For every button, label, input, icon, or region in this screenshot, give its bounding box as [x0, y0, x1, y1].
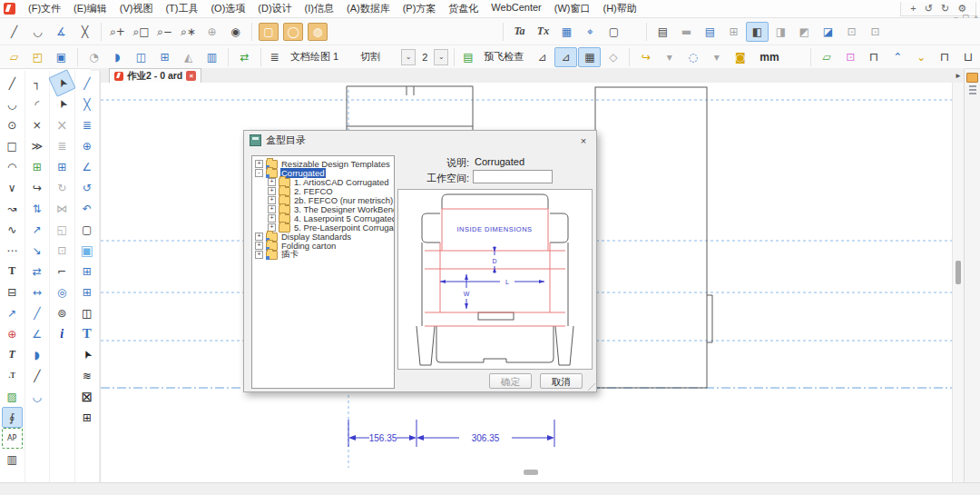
- tree-item[interactable]: + 2b. FEFCO (nur metrisch): [252, 195, 394, 204]
- intersect-icon[interactable]: ×: [26, 114, 47, 135]
- tree-item[interactable]: + 插卡: [252, 250, 394, 259]
- ap-code-icon[interactable]: AP: [2, 428, 23, 449]
- hatch-fill-icon[interactable]: ▨: [2, 386, 23, 407]
- tree-item[interactable]: + 4. Laserpoint 5 Corrugated: [252, 213, 394, 223]
- tree-expander-icon[interactable]: +: [255, 160, 263, 168]
- combo-caret-icon[interactable]: ⌄: [434, 49, 448, 65]
- active-layer-label[interactable]: 文档绘图 1: [286, 50, 343, 64]
- dialog-close-icon[interactable]: ×: [576, 134, 591, 148]
- center-point-icon[interactable]: ⊕: [76, 135, 97, 156]
- menu-item[interactable]: (H)帮助: [597, 2, 643, 15]
- open-folder-icon[interactable]: ▱: [3, 47, 25, 67]
- contour-icon[interactable]: ◌: [681, 47, 704, 67]
- tree-expander-icon[interactable]: +: [268, 178, 276, 186]
- add-image-icon[interactable]: ▤: [652, 22, 674, 42]
- shape-icon[interactable]: ◗: [106, 47, 129, 67]
- photo-grid-icon[interactable]: ⊞: [76, 407, 97, 428]
- paragraph-text-icon[interactable]: ⊟: [2, 282, 23, 302]
- arrowhead-icon[interactable]: ≫: [26, 135, 47, 156]
- cube-3d-icon[interactable]: ◫: [76, 302, 97, 323]
- tree-expander-icon[interactable]: +: [255, 251, 263, 259]
- convert-3d-icon[interactable]: ◫: [130, 47, 152, 67]
- menu-item[interactable]: (D)设计: [251, 2, 298, 15]
- move-diag-icon[interactable]: ↗: [26, 219, 47, 240]
- part-icon[interactable]: ⊞: [153, 47, 176, 67]
- stretch-icon[interactable]: ↔: [26, 282, 47, 302]
- tree-expander-icon[interactable]: -: [255, 169, 263, 177]
- move-diag2-icon[interactable]: ↘: [26, 240, 47, 261]
- tree-item[interactable]: + 3. The Designer WorkBench: [252, 204, 394, 213]
- panel-door-icon[interactable]: ⊞: [26, 156, 47, 177]
- zigzag-icon[interactable]: ≋: [76, 365, 97, 386]
- circle-remove-icon[interactable]: ⊚: [52, 302, 73, 323]
- tree-item[interactable]: + 2. FEFCO: [252, 186, 394, 195]
- cross-lines-icon[interactable]: ╳: [76, 94, 97, 114]
- drawing-grid-icon[interactable]: ▦: [578, 47, 601, 67]
- undo-icon[interactable]: ↺: [925, 3, 933, 15]
- tab-scroll-right-icon[interactable]: ►: [952, 69, 965, 82]
- panel-grid-plus-icon[interactable]: ⊞: [76, 282, 97, 302]
- vertical-scrollbar[interactable]: [952, 83, 965, 483]
- mirror-icon[interactable]: ⋈: [52, 198, 73, 219]
- ok-button[interactable]: 确定: [489, 373, 532, 389]
- menu-item[interactable]: WebCenter: [485, 2, 547, 15]
- tree-expander-icon[interactable]: +: [268, 187, 276, 195]
- arrow-annotation-icon[interactable]: ↗: [2, 302, 23, 323]
- layers-stack-icon[interactable]: ≣: [52, 135, 73, 156]
- rotate-icon[interactable]: ↻: [52, 177, 73, 198]
- preflight-label[interactable]: 预飞检查: [479, 50, 528, 64]
- save-icon[interactable]: ▣: [50, 47, 73, 67]
- x-box-icon[interactable]: ⊠: [76, 386, 97, 407]
- barcode-icon[interactable]: ▥: [2, 449, 23, 470]
- info-icon[interactable]: i: [52, 323, 73, 344]
- edit-image-icon[interactable]: ▤: [699, 22, 721, 42]
- dim-angle-icon[interactable]: ∠: [26, 323, 47, 344]
- polygon-pink-icon[interactable]: ⊡: [839, 47, 862, 67]
- line-tool-icon[interactable]: ╱: [2, 73, 23, 94]
- menu-item[interactable]: (W)窗口: [548, 2, 597, 15]
- overlap-front-icon[interactable]: ⊡: [840, 22, 863, 42]
- spec-browser-icon[interactable]: ▥: [201, 47, 223, 67]
- revision-icon[interactable]: ◔: [83, 47, 105, 67]
- menu-item[interactable]: (V)视图: [113, 2, 160, 15]
- menu-item[interactable]: (E)编辑: [67, 2, 113, 15]
- arc-tool-icon[interactable]: ◡: [26, 22, 49, 42]
- stripping-link-icon[interactable]: ⊔: [957, 47, 980, 67]
- rotate-ccw-icon[interactable]: ↺: [76, 177, 97, 198]
- document-tab[interactable]: 作业2 - 0 ard ×: [109, 68, 201, 83]
- tree-item[interactable]: + Folding carton: [252, 241, 394, 250]
- small-text-icon[interactable]: .T: [2, 365, 23, 386]
- zoom-out-icon[interactable]: ⌕−: [153, 22, 176, 42]
- menu-item[interactable]: (P)方案: [397, 2, 443, 15]
- counter-partial-icon[interactable]: ◍: [308, 23, 328, 41]
- circle-tool-icon[interactable]: ⊙: [2, 114, 23, 135]
- fork-line-icon[interactable]: ∨: [2, 177, 23, 198]
- menu-item[interactable]: (A)数据库: [340, 2, 397, 15]
- perf-line-icon[interactable]: ⋯: [2, 240, 23, 261]
- blue-frame-icon[interactable]: ▣: [76, 240, 97, 261]
- fit-panel-icon[interactable]: ⊞: [722, 22, 745, 42]
- stripping-remove-icon[interactable]: ⊓: [934, 47, 956, 67]
- fill-outline-icon[interactable]: ◩: [793, 22, 816, 42]
- horizontal-scrollbar-thumb[interactable]: [524, 470, 538, 475]
- slope-add-icon[interactable]: ⌃: [887, 47, 909, 67]
- menu-item[interactable]: (O)选项: [204, 2, 251, 15]
- scale-icon[interactable]: ◱: [52, 219, 73, 240]
- board-info2-icon[interactable]: ⊿: [554, 47, 577, 67]
- sheet-icon[interactable]: ▢: [603, 22, 625, 42]
- slope-sub-icon[interactable]: ⌄: [910, 47, 933, 67]
- tab-close-icon[interactable]: ×: [186, 71, 196, 81]
- tree-expander-icon[interactable]: +: [268, 205, 276, 213]
- angle-tool-icon[interactable]: ∡: [50, 22, 73, 42]
- dropdown-caret-icon[interactable]: ▾: [658, 47, 681, 67]
- crosshair-icon[interactable]: ⌖: [579, 22, 602, 42]
- copy-plus-icon[interactable]: ⊞: [52, 156, 73, 177]
- swap-points-icon[interactable]: ⇄: [26, 261, 47, 282]
- counter-dark-icon[interactable]: ⊓: [863, 47, 886, 67]
- zoom-window-icon[interactable]: ⌕□: [130, 22, 152, 42]
- duplicate-icon[interactable]: ⊡: [52, 240, 73, 261]
- wave-line-icon[interactable]: ∿: [2, 219, 23, 240]
- offset-line-icon[interactable]: ↝: [2, 198, 23, 219]
- layers-icon[interactable]: ≣: [263, 47, 286, 67]
- counter-ellipse-icon[interactable]: ◯: [283, 23, 303, 41]
